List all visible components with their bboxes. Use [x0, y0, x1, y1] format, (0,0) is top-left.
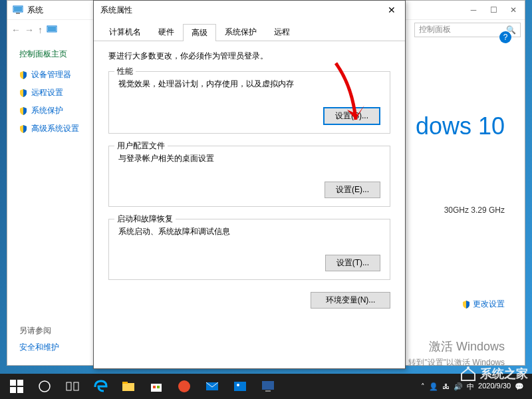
- clock[interactable]: 2020/9/30: [478, 382, 511, 390]
- sidebar-item-label: 设备管理器: [31, 69, 71, 80]
- svg-rect-8: [10, 387, 16, 393]
- tabs: 计算机名 硬件 高级 系统保护 远程: [94, 19, 405, 41]
- network-icon[interactable]: 🖧: [442, 382, 450, 390]
- minimize-button[interactable]: ─: [464, 2, 483, 18]
- user-profile-settings-button[interactable]: 设置(E)...: [325, 182, 380, 198]
- sidebar-bottom: 另请参阅 安全和维护: [19, 325, 59, 353]
- change-settings-label: 更改设置: [473, 299, 505, 310]
- explorer-icon[interactable]: [114, 374, 142, 399]
- group-title: 用户配置文件: [114, 140, 168, 152]
- group-title: 性能: [114, 66, 136, 77]
- svg-point-18: [178, 380, 190, 392]
- admin-notice: 要进行大多数更改，你必须作为管理员登录。: [108, 51, 390, 62]
- windows10-logo: dows 10: [416, 112, 505, 140]
- svg-rect-11: [66, 382, 71, 390]
- task-view-button[interactable]: [59, 374, 86, 399]
- user-profile-group: 用户配置文件 与登录帐户相关的桌面设置 设置(E)...: [108, 146, 390, 207]
- svg-rect-1: [14, 7, 22, 11]
- svg-rect-14: [122, 382, 128, 384]
- notifications-icon[interactable]: 💬: [515, 382, 524, 391]
- startup-recovery-group: 启动和故障恢复 系统启动、系统故障和调试信息 设置(T)...: [108, 219, 390, 280]
- tab-hardware[interactable]: 硬件: [150, 23, 183, 41]
- window-controls: ─ ☐ ✕: [464, 2, 523, 18]
- close-button[interactable]: ✕: [503, 2, 523, 18]
- edge-icon[interactable]: [86, 374, 114, 399]
- sidebar-item-label: 系统保护: [31, 105, 63, 116]
- people-icon[interactable]: 👤: [429, 382, 438, 391]
- sidebar-item-advanced[interactable]: 高级系统设置: [19, 123, 84, 134]
- svg-rect-7: [17, 380, 23, 386]
- computer-icon: [13, 5, 23, 15]
- tab-computer-name[interactable]: 计算机名: [100, 23, 150, 41]
- music-icon[interactable]: [170, 374, 198, 399]
- svg-rect-12: [74, 382, 78, 390]
- svg-rect-16: [153, 386, 156, 388]
- sidebar-item-protection[interactable]: 系统保护: [19, 105, 84, 116]
- computer-icon: [47, 25, 57, 35]
- watermark-text: 系统之家: [480, 366, 528, 382]
- performance-group: 性能 视觉效果，处理器计划，内存使用，以及虚拟内存 设置(S)...: [108, 71, 390, 134]
- group-desc: 与登录帐户相关的桌面设置: [118, 153, 380, 164]
- environment-variables-button[interactable]: 环境变量(N)...: [311, 292, 390, 309]
- change-settings-link[interactable]: 更改设置: [462, 299, 505, 310]
- activate-title: 激活 Windows: [429, 338, 505, 354]
- svg-rect-6: [10, 380, 16, 386]
- performance-settings-button[interactable]: 设置(S)...: [323, 107, 380, 125]
- up-button[interactable]: ↑: [38, 25, 43, 35]
- dialog-body: 要进行大多数更改，你必须作为管理员登录。 性能 视觉效果，处理器计划，内存使用，…: [94, 41, 405, 368]
- search-placeholder: 控制面板: [419, 24, 451, 35]
- sidebar-item-remote[interactable]: 远程设置: [19, 87, 84, 98]
- control-panel-icon[interactable]: [254, 374, 282, 399]
- cpu-info: 30GHz 3.29 GHz: [444, 205, 505, 215]
- mail-icon[interactable]: [198, 374, 226, 399]
- forward-button[interactable]: →: [25, 25, 34, 35]
- svg-point-10: [39, 381, 50, 392]
- close-button[interactable]: ✕: [378, 1, 405, 19]
- tray-up-icon[interactable]: ˄: [421, 382, 425, 391]
- volume-icon[interactable]: 🔊: [454, 382, 463, 391]
- back-button[interactable]: ←: [11, 25, 21, 35]
- shield-icon: [19, 107, 27, 115]
- svg-rect-22: [262, 381, 274, 390]
- shield-icon: [19, 89, 27, 97]
- maximize-button[interactable]: ☐: [483, 2, 503, 18]
- shield-icon: [19, 71, 27, 79]
- taskbar: ˄ 👤 🖧 🔊 中 2020/9/30 💬: [0, 374, 532, 399]
- group-desc: 视觉效果，处理器计划，内存使用，以及虚拟内存: [118, 78, 380, 90]
- svg-rect-13: [122, 383, 134, 391]
- dialog-title: 系统属性: [100, 5, 132, 16]
- shield-icon: [462, 301, 470, 309]
- start-button[interactable]: [3, 374, 31, 399]
- see-also-label: 另请参阅: [19, 325, 59, 336]
- svg-point-21: [237, 384, 239, 386]
- svg-point-5: [467, 366, 469, 369]
- tab-advanced[interactable]: 高级: [183, 24, 216, 41]
- svg-rect-2: [16, 13, 20, 14]
- tab-protection[interactable]: 系统保护: [216, 23, 265, 41]
- svg-rect-17: [157, 386, 160, 388]
- shield-icon: [19, 125, 27, 133]
- group-desc: 系统启动、系统故障和调试信息: [118, 226, 380, 237]
- store-icon[interactable]: [142, 374, 170, 399]
- svg-rect-4: [48, 27, 56, 31]
- startup-settings-button[interactable]: 设置(T)...: [325, 255, 380, 271]
- group-title: 启动和故障恢复: [114, 213, 176, 225]
- photos-icon[interactable]: [226, 374, 254, 399]
- sidebar-item-label: 远程设置: [31, 87, 63, 98]
- system-properties-dialog: 系统属性 ✕ 计算机名 硬件 高级 系统保护 远程 要进行大多数更改，你必须作为…: [93, 0, 406, 369]
- security-link[interactable]: 安全和维护: [19, 342, 59, 353]
- svg-rect-9: [17, 387, 23, 393]
- date-text: 2020/9/30: [478, 382, 511, 390]
- dialog-title-bar: 系统属性 ✕: [94, 1, 405, 19]
- svg-rect-20: [234, 382, 246, 391]
- sidebar: 控制面板主页 设备管理器 远程设置 系统保护 高级系统设置: [7, 39, 97, 365]
- cortana-button[interactable]: [31, 374, 59, 399]
- watermark: 系统之家: [459, 364, 528, 383]
- sidebar-home[interactable]: 控制面板主页: [19, 49, 84, 60]
- svg-rect-23: [265, 390, 271, 392]
- window-title: 系统: [27, 5, 43, 16]
- sidebar-item-label: 高级系统设置: [31, 123, 79, 134]
- svg-rect-15: [151, 384, 162, 392]
- tab-remote[interactable]: 远程: [265, 23, 299, 41]
- sidebar-item-device-manager[interactable]: 设备管理器: [19, 69, 84, 80]
